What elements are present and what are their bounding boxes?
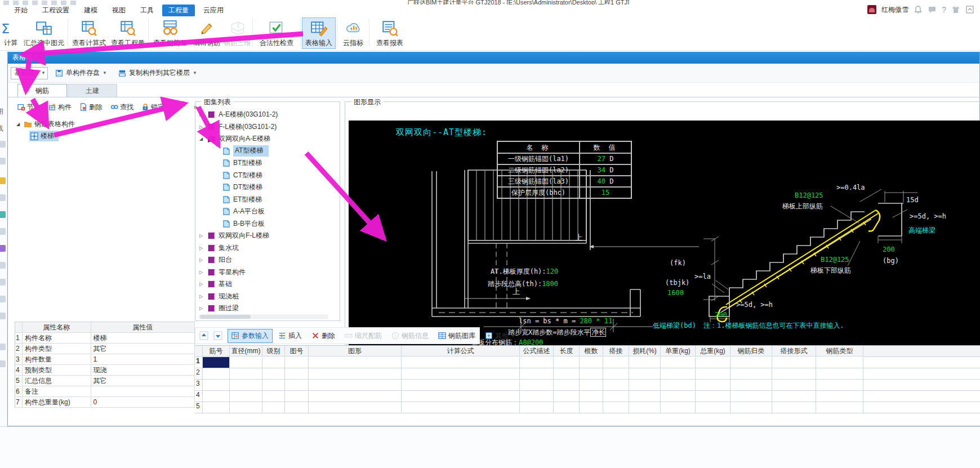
ribbon-button-查看计算式[interactable]: 查看计算式 (69, 17, 109, 49)
atlas-item-CT型楼梯[interactable]: CT型楼梯 (198, 170, 337, 182)
sidebar-tool-icon[interactable] (0, 344, 6, 350)
atlas-item-A-E楼梯(03G101-2)[interactable]: ▷A-E楼梯(03G101-2) (198, 109, 337, 121)
grid-cell[interactable] (203, 380, 230, 391)
tree-toolbar-构件[interactable]: 构件 (46, 101, 74, 113)
grid-cell[interactable] (816, 368, 863, 380)
floor-selector[interactable]: 基础层 ▼ (11, 67, 48, 79)
menu-item-视图[interactable]: 视图 (106, 5, 132, 16)
sidebar-tool-icon[interactable] (0, 360, 6, 367)
help-icon[interactable]: ? (942, 5, 946, 14)
sidebar-glyph[interactable]: 用 (0, 107, 7, 116)
tree-toolbar-删除[interactable]: 删除 (77, 101, 105, 113)
grid-cell[interactable] (285, 402, 309, 413)
tree-toolbar-查找[interactable]: 查找 (108, 101, 136, 113)
grid-cell[interactable] (696, 402, 730, 413)
property-value[interactable]: 楼梯 (91, 333, 195, 344)
grid-cell[interactable] (661, 357, 696, 368)
move-down-button[interactable] (212, 329, 224, 342)
menu-item-建模[interactable]: 建模 (78, 5, 104, 16)
grid-cell[interactable] (696, 357, 730, 368)
grid-cell[interactable] (629, 368, 661, 380)
copy-to-floors-button[interactable]: 复制构件到其它楼层 ▼ (114, 66, 201, 80)
grid-cell[interactable] (580, 368, 603, 380)
ribbon-button-查看钢筋量[interactable]: 查看钢筋量 (150, 17, 190, 49)
grid-cell[interactable] (262, 380, 285, 391)
ribbon-button-合法性检查[interactable]: 合法性检查 (254, 17, 299, 49)
grid-cell[interactable] (580, 357, 603, 368)
grid-cell[interactable] (230, 391, 262, 402)
grid-cell[interactable] (603, 402, 629, 413)
grid-cell[interactable] (603, 357, 629, 368)
atlas-item-B-B平台板[interactable]: B-B平台板 (198, 218, 337, 230)
grid-cell[interactable] (603, 368, 629, 380)
grid-cell[interactable] (603, 380, 629, 391)
grid-cell[interactable] (629, 380, 661, 391)
atlas-item-现浇桩[interactable]: ▷现浇桩 (198, 291, 337, 303)
atlas-item-A-A平台板[interactable]: A-A平台板 (198, 206, 337, 218)
param-button-钢筋图库[interactable]: 钢筋图库 (434, 329, 479, 343)
tree-collapsed-icon[interactable]: ▷ (198, 282, 204, 287)
grid-cell[interactable] (285, 391, 309, 402)
grid-cell[interactable] (309, 357, 402, 368)
grid-cell[interactable] (580, 380, 603, 391)
param-button-插入[interactable]: 插入 (274, 329, 306, 343)
grid-cell[interactable] (309, 380, 402, 391)
tree-expander-icon[interactable]: ◢ (15, 122, 21, 127)
user-avatar[interactable] (867, 5, 876, 14)
atlas-item-F-L楼梯(03G101-2)[interactable]: ▷F-L楼梯(03G101-2) (198, 121, 337, 133)
tree-collapsed-icon[interactable]: ▷ (198, 246, 204, 251)
grid-cell[interactable] (554, 380, 580, 391)
tab-土建[interactable]: 土建 (68, 84, 117, 97)
property-value[interactable]: 其它 (91, 344, 195, 354)
message-bubble-icon[interactable] (928, 5, 937, 14)
grid-cell[interactable] (661, 391, 696, 402)
sidebar-tool-icon[interactable] (0, 141, 6, 148)
property-value[interactable]: 现浇 (91, 365, 195, 376)
param-button-参数输入[interactable]: 参数输入 (228, 329, 273, 343)
tree-collapsed-icon[interactable]: ▷ (198, 257, 204, 262)
collapse-ribbon-icon[interactable] (965, 5, 974, 14)
atlas-horizontal-scrollbar[interactable] (199, 314, 328, 319)
atlas-item-基础[interactable]: ▷基础 (198, 278, 337, 291)
menu-item-工程量[interactable]: 工程量 (162, 5, 195, 16)
sidebar-tool-icon[interactable] (0, 158, 6, 164)
sidebar-tool-icon[interactable] (0, 245, 6, 252)
dialog-titlebar[interactable]: 表格输入 (8, 52, 979, 64)
grid-cell[interactable] (520, 368, 554, 380)
grid-row-number[interactable]: 2 (195, 368, 203, 380)
grid-row-number[interactable]: 5 (195, 402, 203, 413)
grid-cell[interactable] (520, 380, 554, 391)
grid-cell[interactable] (203, 391, 230, 402)
grid-cell[interactable] (629, 402, 661, 413)
move-up-button[interactable] (198, 329, 210, 342)
tree-collapsed-icon[interactable]: ▷ (198, 270, 204, 275)
sidebar-glyph[interactable]: 线 (0, 124, 7, 133)
grid-cell[interactable] (309, 402, 402, 413)
grid-cell[interactable] (816, 380, 863, 391)
ribbon-button-汇总选中图元[interactable]: 汇总选中图元 (21, 17, 66, 49)
sidebar-tool-icon[interactable] (0, 211, 6, 218)
save-component-button[interactable]: 单构件存盘 ▼ (51, 66, 111, 80)
ribbon-button-云指标[interactable]: 云指标 (338, 17, 368, 49)
atlas-item-ET型楼梯[interactable]: ET型楼梯 (198, 194, 337, 206)
grid-cell[interactable] (772, 357, 816, 368)
grid-cell[interactable] (230, 380, 262, 391)
cad-canvas[interactable]: 双网双向--AT型楼梯: 名 称数 值一级钢筋锚固(la1)27 D二级钢筋锚固… (349, 121, 980, 346)
grid-cell[interactable] (730, 391, 772, 402)
atlas-item-DT型楼梯[interactable]: DT型楼梯 (198, 181, 337, 194)
atlas-item-BT型楼梯[interactable]: BT型楼梯 (198, 157, 337, 170)
grid-cell[interactable] (696, 380, 730, 391)
grid-cell[interactable] (262, 391, 285, 402)
ribbon-button-编辑钢筋[interactable]: 编辑钢筋 (190, 17, 223, 49)
grid-cell[interactable] (262, 368, 285, 380)
grid-cell[interactable] (772, 402, 816, 413)
grid-cell[interactable] (554, 402, 580, 413)
property-value[interactable] (91, 386, 195, 397)
tree-expanded-icon[interactable]: ◢ (198, 136, 204, 141)
grid-cell[interactable] (402, 368, 520, 380)
tree-collapsed-icon[interactable]: ▷ (198, 112, 204, 117)
sidebar-tool-icon[interactable] (0, 279, 6, 286)
grid-cell[interactable] (402, 380, 520, 391)
theme-shirt-icon[interactable] (951, 5, 960, 14)
tree-collapsed-icon[interactable]: ▷ (198, 233, 204, 238)
